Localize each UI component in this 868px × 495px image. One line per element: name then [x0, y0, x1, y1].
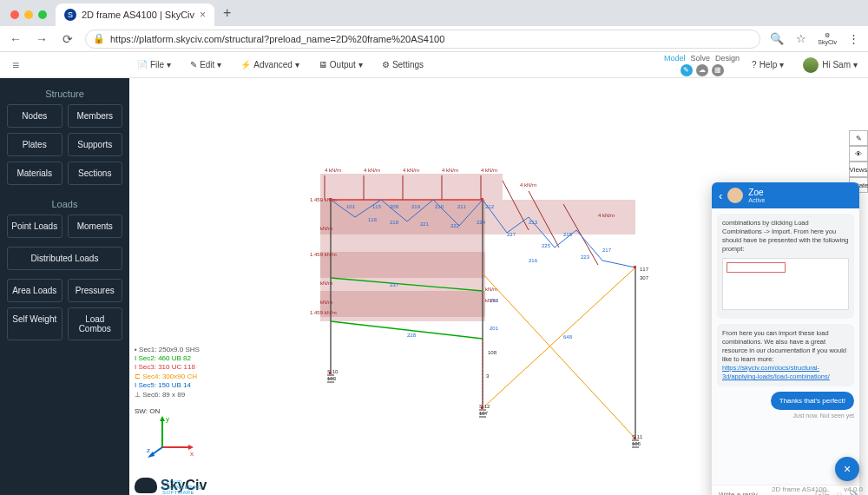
chat-image	[722, 258, 849, 310]
settings-menu[interactable]: ⚙ Settings	[382, 60, 424, 69]
svg-text:222: 222	[450, 223, 460, 228]
menu-icon[interactable]: ⋮	[845, 32, 861, 45]
svg-marker-2	[320, 252, 485, 278]
reload-button[interactable]: ⟳	[59, 32, 76, 46]
sidebar-area-loads[interactable]: Area Loads	[7, 279, 62, 302]
url-text: https://platform.skyciv.com/structural?p…	[110, 34, 444, 44]
browser-tabbar: S 2D frame AS4100 | SkyCiv × +	[0, 0, 868, 26]
new-tab-button[interactable]: +	[223, 5, 231, 21]
svg-text:237: 237	[390, 282, 399, 287]
chat-link[interactable]: https://skyciv.com/docs/structural-3d/ap…	[722, 364, 830, 380]
version-label: v4.0.0	[844, 485, 863, 493]
svg-text:219: 219	[411, 204, 421, 209]
search-icon[interactable]: 🔍	[769, 32, 785, 45]
svg-text:z: z	[147, 446, 150, 454]
svg-text:4 kN/m: 4 kN/m	[442, 168, 458, 173]
svg-text:4 kN/m: 4 kN/m	[325, 168, 341, 173]
svg-text:225: 225	[542, 243, 551, 248]
svg-text:221: 221	[420, 221, 430, 227]
back-button[interactable]: ←	[7, 32, 24, 46]
svg-text:101: 101	[346, 204, 356, 209]
edit-menu[interactable]: ✎ Edit ▾	[190, 60, 221, 69]
avatar	[727, 188, 743, 203]
chat-back-icon[interactable]: ‹	[719, 189, 722, 202]
pencil-tool[interactable]: ✎	[849, 130, 868, 146]
output-menu[interactable]: 🖥 Output ▾	[319, 60, 363, 69]
window-controls[interactable]	[10, 10, 47, 19]
svg-text:105: 105	[632, 441, 641, 446]
svg-text:4 kN/m: 4 kN/m	[364, 168, 380, 173]
model-canvas[interactable]: 4 kN/m 4 kN/m 4 kN/m 4 kN/m 4 kN/m 4 kN/…	[129, 78, 868, 495]
sidebar-sections[interactable]: Sections	[68, 162, 123, 185]
sidebar-load-combos[interactable]: Load Combos	[68, 307, 123, 340]
current-file: 2D frame AS4100	[772, 485, 826, 493]
svg-marker-4	[320, 174, 503, 200]
svg-text:S 10: S 10	[327, 369, 339, 374]
brand-logo: SkyCiv CLOUD ENGINEERING SOFTWARE	[135, 478, 207, 493]
svg-text:213: 213	[529, 220, 538, 225]
svg-text:107: 107	[479, 411, 489, 416]
mode-switcher[interactable]: ModelSolveDesign ✎☁▦	[664, 54, 740, 76]
cloud-icon	[135, 478, 157, 493]
chat-agent-status: Active	[748, 197, 765, 203]
svg-text:217: 217	[602, 248, 612, 253]
sidebar-heading-structure: Structure	[0, 83, 129, 104]
section-legend: ▪ Sec1: 250x9.0 SHS I Sec2: 460 UB 82 I …	[135, 346, 200, 399]
svg-text:4 kN/m: 4 kN/m	[481, 168, 497, 173]
forward-button[interactable]: →	[33, 32, 50, 46]
svg-text:S 11: S 11	[632, 434, 643, 439]
svg-text:S 12: S 12	[479, 404, 490, 409]
favicon-icon: S	[64, 9, 76, 21]
sidebar-materials[interactable]: Materials	[7, 162, 62, 185]
sidebar-self-weight[interactable]: Self Weight	[7, 307, 62, 340]
star-icon[interactable]: ☆	[793, 32, 809, 45]
svg-marker-90	[160, 416, 165, 421]
user-menu[interactable]: Hi Sam ▾	[822, 60, 858, 69]
lock-icon: 🔒	[93, 33, 105, 44]
chat-agent-name: Zoe	[748, 188, 765, 197]
file-menu[interactable]: 📄 File ▾	[137, 60, 171, 69]
chat-seen-status: Just now. Not seen yet	[717, 412, 854, 419]
svg-text:4 kN/m: 4 kN/m	[520, 182, 536, 188]
hamburger-icon[interactable]: ≡	[7, 58, 24, 72]
sidebar-nodes[interactable]: Nodes	[7, 104, 62, 128]
browser-tab[interactable]: S 2D frame AS4100 | SkyCiv ×	[56, 3, 214, 26]
sidebar-plates[interactable]: Plates	[7, 133, 62, 156]
visibility-tool[interactable]: 👁	[849, 146, 868, 162]
chat-message: From here you can import these load comb…	[717, 324, 854, 387]
sidebar-supports[interactable]: Supports	[68, 133, 123, 156]
extension-icon[interactable]: ⚙SkyCiv	[818, 32, 837, 45]
svg-text:227: 227	[507, 232, 516, 237]
svg-text:4 kN/m: 4 kN/m	[403, 168, 419, 173]
axis-gizmo: y x z	[145, 412, 197, 460]
svg-text:116: 116	[368, 217, 378, 222]
help-menu[interactable]: ? Help ▾	[752, 60, 784, 69]
chat-header[interactable]: ‹ Zoe Active	[712, 182, 859, 208]
svg-line-47	[483, 267, 635, 408]
svg-text:4 kN/m: 4 kN/m	[598, 213, 615, 218]
svg-text:212: 212	[485, 204, 495, 209]
svg-text:3: 3	[486, 373, 490, 379]
close-icon[interactable]: ×	[200, 9, 206, 21]
views-button[interactable]: Views	[849, 162, 868, 177]
status-bar: 2D frame AS4100 v4.0.0	[772, 485, 863, 493]
avatar[interactable]	[803, 57, 819, 73]
svg-text:233: 233	[490, 298, 499, 303]
svg-text:228: 228	[407, 333, 417, 338]
tab-title: 2D frame AS4100 | SkyCiv	[82, 10, 194, 20]
sidebar-members[interactable]: Members	[68, 104, 123, 128]
sidebar-point-loads[interactable]: Point Loads	[7, 214, 62, 238]
advanced-menu[interactable]: ⚡ Advanced ▾	[240, 60, 299, 69]
sidebar-distributed-loads[interactable]: Distributed Loads	[7, 247, 122, 270]
svg-text:y: y	[166, 415, 169, 423]
svg-text:216: 216	[529, 258, 538, 263]
svg-rect-74	[634, 266, 636, 268]
chat-close-fab[interactable]: ×	[835, 457, 859, 481]
url-input[interactable]: 🔒 https://platform.skyciv.com/structural…	[85, 30, 760, 49]
sidebar-moments[interactable]: Moments	[68, 214, 123, 238]
sidebar-pressures[interactable]: Pressures	[68, 279, 123, 302]
svg-text:210: 210	[435, 204, 444, 209]
sidebar: Structure Nodes Members Plates Supports …	[0, 78, 129, 495]
svg-text:103: 103	[327, 376, 337, 381]
svg-text:307: 307	[640, 275, 649, 280]
